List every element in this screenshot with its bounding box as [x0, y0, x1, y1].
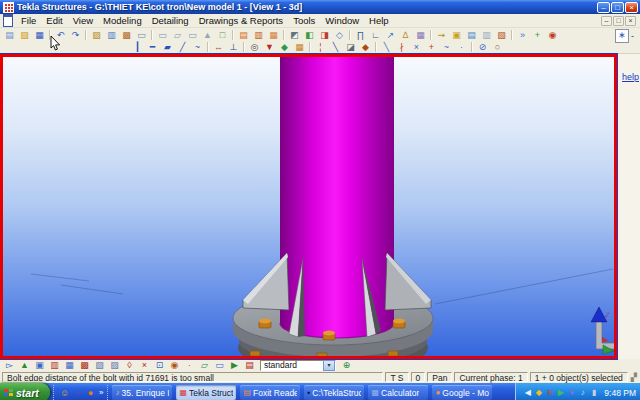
select-parts-icon[interactable]: ▥ [48, 360, 62, 371]
create-curved-beam-icon[interactable]: ~ [191, 42, 205, 53]
polygon-cut-icon[interactable]: ∤ [395, 42, 409, 53]
create-pad-footing-icon[interactable]: ▦ [293, 42, 307, 53]
construction-circle-icon[interactable]: ○ [491, 42, 505, 53]
create-beam-icon[interactable]: ━ [146, 42, 160, 53]
messenger-icon[interactable]: ☺ [59, 387, 71, 398]
catalog-icon[interactable]: ▦ [267, 29, 281, 40]
select-components-icon[interactable]: ▣ [33, 360, 47, 371]
reports-icon[interactable]: ▤ [465, 29, 479, 40]
hide-icons-chevron[interactable]: ◀ [523, 387, 533, 398]
menu-modeling[interactable]: Modeling [98, 14, 147, 27]
resize-grip-icon[interactable]: ▞ [630, 373, 638, 382]
taskbar-button-foxit-reader-1-3[interactable]: ▤Foxit Reader 1.3 -... [240, 385, 300, 400]
save-icon[interactable]: ▦ [33, 29, 47, 40]
select-cuts-icon[interactable]: × [138, 360, 152, 371]
snapshot-icon[interactable]: ▭ [135, 29, 149, 40]
select-bolt-groups-icon[interactable]: ◉ [168, 360, 182, 371]
messenger-status-icon[interactable]: ▶ [556, 387, 566, 398]
new-view-icon[interactable]: ▭ [156, 29, 170, 40]
angle-dimension-icon[interactable]: ∟ [369, 29, 383, 40]
redo-icon[interactable]: ↷ [69, 29, 83, 40]
menu-edit[interactable]: Edit [41, 14, 67, 27]
menu-detailing[interactable]: Detailing [147, 14, 194, 27]
menu-help[interactable]: Help [364, 14, 394, 27]
select-all-icon[interactable]: ▻ [3, 360, 17, 371]
maximize-button[interactable]: □ [611, 2, 624, 13]
split-part-icon[interactable]: ~ [440, 42, 454, 53]
create-brace-icon[interactable]: ╱ [176, 42, 190, 53]
dimension-icon[interactable]: ∏ [354, 29, 368, 40]
help-link[interactable]: help [618, 72, 640, 82]
taskbar-button-35-enrique-iglesi[interactable]: ♪35. Enrique Iglesi... [112, 385, 172, 400]
line-cut-icon[interactable]: ╲ [380, 42, 394, 53]
new-icon[interactable]: ▤ [3, 29, 17, 40]
create-column-icon[interactable]: ┃ [131, 42, 145, 53]
quick-launch-overflow-chevron[interactable]: » [99, 388, 103, 397]
start-button[interactable]: start [0, 383, 50, 400]
collapse-handle-icon[interactable]: - [631, 31, 634, 41]
run-icon[interactable]: » [516, 29, 530, 40]
create-weld-icon[interactable]: ◪ [344, 42, 358, 53]
add-point-icon[interactable]: + [531, 29, 545, 40]
redraw-view-icon[interactable]: ◇ [333, 29, 347, 40]
select-grid-lines-icon[interactable]: ▨ [108, 360, 122, 371]
create-slab-icon[interactable]: ▼ [263, 42, 277, 53]
selection-filter-combo[interactable]: standard ▾ [260, 360, 336, 371]
taskbar-button-c-teklastructure[interactable]: ▪C:\TeklaStructure... [304, 385, 364, 400]
autoconnection-icon[interactable]: ⇝ [435, 29, 449, 40]
update-icon[interactable]: ♦ [567, 387, 577, 398]
attach-icon[interactable]: ▩ [120, 29, 134, 40]
view-3d[interactable]: z [0, 54, 617, 359]
antivirus-icon[interactable]: E [545, 387, 555, 398]
copy-properties-icon[interactable]: ▧ [90, 29, 104, 40]
select-distances-icon[interactable]: ▭ [213, 360, 227, 371]
menu-tools[interactable]: Tools [288, 14, 320, 27]
mdi-close-button[interactable]: × [625, 16, 636, 26]
component-catalog-icon[interactable]: ∗ [615, 29, 629, 43]
mdi-minimize-button[interactable]: – [601, 16, 612, 26]
previous-view-icon[interactable]: ◧ [303, 29, 317, 40]
select-planes-icon[interactable]: ▱ [198, 360, 212, 371]
taskbar-button-calculator[interactable]: ▦Calculator [368, 385, 428, 400]
combine-parts-icon[interactable]: · [455, 42, 469, 53]
select-surfaces-icon[interactable]: ▦ [63, 360, 77, 371]
help-book-icon[interactable]: ▧ [495, 29, 509, 40]
measure-icon[interactable]: ↗ [384, 29, 398, 40]
menu-drawings-reports[interactable]: Drawings & Reports [194, 14, 288, 27]
select-views-icon[interactable]: ⊡ [153, 360, 167, 371]
security-shield-icon[interactable]: ◆ [534, 387, 544, 398]
select-components-objects-icon[interactable]: ▲ [18, 360, 32, 371]
interrupt-icon[interactable]: ◉ [546, 29, 560, 40]
create-twin-profile-icon[interactable]: ↔ [212, 42, 226, 53]
taskbar-button-tekla-structures[interactable]: ▦Tekla Structures - ... [176, 385, 236, 400]
menu-view[interactable]: View [68, 14, 98, 27]
phase-manager-icon[interactable]: ▣ [450, 29, 464, 40]
open-icon[interactable]: ▨ [18, 29, 32, 40]
select-reinforcement-icon[interactable]: ▶ [228, 360, 242, 371]
inquire-icon[interactable]: ▤ [237, 29, 251, 40]
select-assemblies-icon[interactable]: ▤ [243, 360, 257, 371]
macros-icon[interactable]: ▥ [480, 29, 494, 40]
close-button[interactable]: × [625, 2, 638, 13]
measure-angle-icon[interactable]: ∆ [399, 29, 413, 40]
minimize-button[interactable]: – [597, 2, 610, 13]
firefox-icon[interactable]: ● [85, 387, 97, 398]
next-view-icon[interactable]: ◨ [318, 29, 332, 40]
menu-file[interactable]: File [16, 14, 41, 27]
fitting-icon[interactable]: + [425, 42, 439, 53]
taskbar-button-google-mozilla-fir[interactable]: ●Google - Mozilla Fir... [432, 385, 492, 400]
select-grids-icon[interactable]: ▧ [93, 360, 107, 371]
create-part-weld-icon[interactable]: ◆ [359, 42, 373, 53]
named-views-icon[interactable]: ▭ [186, 29, 200, 40]
grid-icon[interactable]: ▦ [414, 29, 428, 40]
clip-plane-icon[interactable]: ▲ [201, 29, 215, 40]
chevron-down-icon[interactable]: ▾ [323, 360, 335, 371]
create-bolts-icon[interactable]: ¦ [314, 42, 328, 53]
create-contour-plate-icon[interactable]: ◎ [248, 42, 262, 53]
select-points-icon[interactable]: ▩ [78, 360, 92, 371]
media-player-icon[interactable]: ♪ [72, 387, 84, 398]
create-footing-icon[interactable]: ◆ [278, 42, 292, 53]
volume-icon[interactable]: ♪ [578, 387, 588, 398]
view-list-icon[interactable]: ▱ [171, 29, 185, 40]
display-settings-icon[interactable]: ▮ [589, 387, 599, 398]
